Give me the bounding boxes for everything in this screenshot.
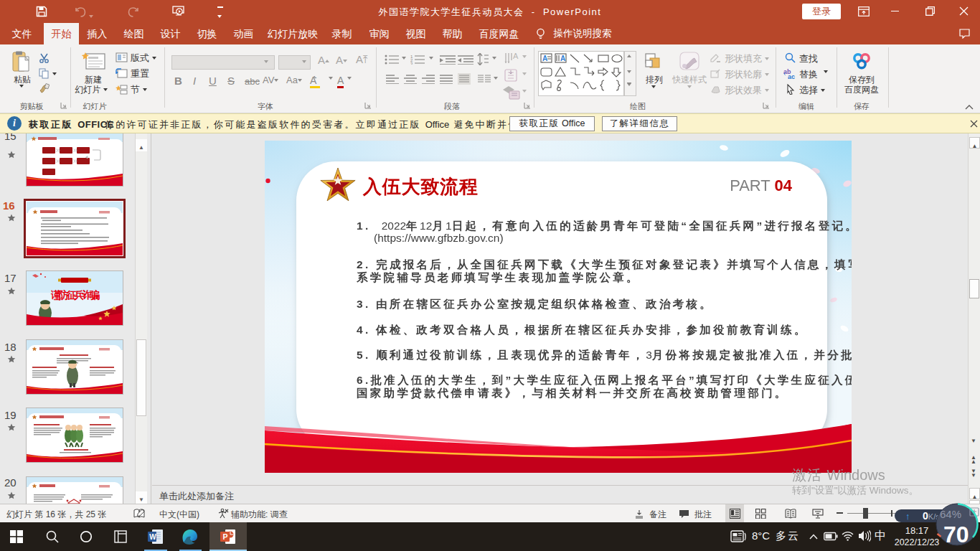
svg-text:70: 70 bbox=[943, 522, 969, 547]
svg-text:A: A bbox=[560, 55, 565, 62]
svg-text:A: A bbox=[542, 55, 547, 62]
svg-text:谨防征兵诈骗: 谨防征兵诈骗 bbox=[50, 289, 100, 301]
svg-text:A: A bbox=[513, 52, 519, 60]
svg-text:ac: ac bbox=[788, 73, 795, 80]
svg-text:3: 3 bbox=[410, 62, 413, 65]
svg-text:W: W bbox=[149, 533, 156, 541]
svg-text:64%: 64% bbox=[940, 508, 961, 520]
svg-text:P: P bbox=[222, 532, 227, 541]
